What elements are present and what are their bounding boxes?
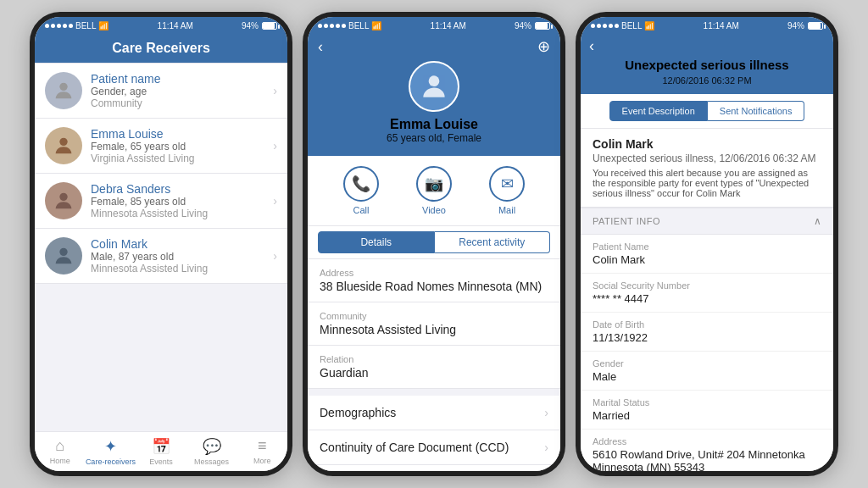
tab-home[interactable]: ⌂ Home xyxy=(35,435,86,468)
status-right-3: 94% xyxy=(787,21,823,30)
alert-box: Colin Mark Unexpected serious illness, 1… xyxy=(581,129,833,208)
status-left-3: BELL 📶 xyxy=(591,21,654,30)
tab-events[interactable]: 📅 Events xyxy=(136,435,186,468)
tab-home-label: Home xyxy=(50,457,70,465)
care-receivers-header: Care Receivers xyxy=(35,34,287,63)
care-list[interactable]: Patient name Gender, age Community › Emm… xyxy=(35,63,287,431)
mail-icon: ✉ xyxy=(489,166,525,202)
status-bar-3: BELL 📶 11:14 AM 94% xyxy=(581,17,833,34)
alert-description: Unexpected serious illness, 12/06/2016 0… xyxy=(593,152,821,164)
tab-more-label: More xyxy=(253,457,271,465)
care-community-emma: Virginia Assisted Living xyxy=(91,152,273,164)
profile-avatar-emma xyxy=(409,61,459,112)
tab-more[interactable]: ≡ More xyxy=(236,435,287,468)
phones-container: BELL 📶 11:14 AM 94% Care Receivers Patie… xyxy=(30,12,838,476)
p3-address-value: 5610 Rowland Drive, Unit# 204 Minnetonka… xyxy=(593,448,821,472)
call-button[interactable]: 📞 Call xyxy=(343,166,379,215)
care-receivers-icon: ✦ xyxy=(104,437,117,456)
svg-point-4 xyxy=(429,75,440,86)
tab-recent-activity[interactable]: Recent activity xyxy=(435,231,551,253)
chevron-icon-emma: › xyxy=(273,139,277,152)
patient-name-value: Colin Mark xyxy=(593,253,821,266)
care-detail-colin: Male, 87 years old xyxy=(91,251,273,263)
dob-value: 11/13/1922 xyxy=(593,331,821,344)
tab-care-label: Care-receivers xyxy=(86,458,136,466)
signal-dots-3 xyxy=(591,24,619,28)
ccd-chevron: › xyxy=(544,441,548,454)
marital-label: Marital Status xyxy=(593,397,821,408)
status-left-2: BELL 📶 xyxy=(318,21,381,30)
wifi-icon-2: 📶 xyxy=(371,21,381,30)
status-right-2: 94% xyxy=(515,21,550,30)
profile-info: Emma Louise 65 years old, Female xyxy=(308,56,560,156)
time-3: 11:14 AM xyxy=(704,21,739,30)
tab-event-description[interactable]: Event Description xyxy=(609,101,708,121)
bottom-tabs-1: ⌂ Home ✦ Care-receivers 📅 Events 💬 Messa… xyxy=(35,431,287,471)
phone1: BELL 📶 11:14 AM 94% Care Receivers Patie… xyxy=(30,12,292,476)
care-item-debra[interactable]: Debra Sanders Female, 85 years old Minne… xyxy=(35,174,287,229)
chevron-icon-debra: › xyxy=(273,194,277,208)
care-item-generic[interactable]: Patient name Gender, age Community › xyxy=(35,63,287,119)
demographics-chevron: › xyxy=(544,406,548,419)
care-item-emma[interactable]: Emma Louise Female, 65 years old Virgini… xyxy=(35,119,287,174)
profile-header: ‹ ⊕ Emma Louise 65 years old, Female xyxy=(308,34,560,156)
relation-value: Guardian xyxy=(320,366,548,380)
battery-icon-1 xyxy=(262,22,277,30)
patient-info-header[interactable]: PATIENT INFO ∧ xyxy=(581,208,833,235)
add-button-2[interactable]: ⊕ xyxy=(537,37,550,56)
video-button[interactable]: 📷 Video xyxy=(416,166,452,215)
care-info-emma: Emma Louise Female, 65 years old Virgini… xyxy=(91,127,273,164)
back-button-2[interactable]: ‹ xyxy=(318,38,323,56)
time-2: 11:14 AM xyxy=(431,21,466,30)
tab-care-receivers[interactable]: ✦ Care-receivers xyxy=(86,435,136,468)
patient-name-label: Patient Name xyxy=(593,241,821,252)
ssn-value: **** ** 4447 xyxy=(593,292,821,305)
call-label: Call xyxy=(353,205,370,215)
community-section: Community Minnesota Assisted Living xyxy=(308,302,560,346)
time-1: 11:14 AM xyxy=(158,21,193,30)
care-detail-emma: Female, 65 years old xyxy=(91,141,273,152)
status-right-1: 94% xyxy=(242,21,277,30)
status-left-1: BELL 📶 xyxy=(45,21,108,30)
back-button-3[interactable]: ‹ xyxy=(589,37,594,55)
event-body: Colin Mark Unexpected serious illness, 1… xyxy=(581,129,833,472)
event-date: 12/06/2016 06:32 PM xyxy=(606,75,808,86)
ssn-label: Social Security Number xyxy=(593,280,821,291)
nav-demographics[interactable]: Demographics › xyxy=(308,396,560,430)
gender-value: Male xyxy=(593,370,821,383)
battery-icon-2 xyxy=(535,22,550,30)
patient-info-section: PATIENT INFO ∧ Patient Name Colin Mark S… xyxy=(581,208,833,472)
carrier-3: BELL xyxy=(621,21,642,30)
home-icon: ⌂ xyxy=(55,437,64,455)
tab-details[interactable]: Details xyxy=(318,231,435,253)
care-name-colin: Colin Mark xyxy=(91,237,273,251)
battery-pct-1: 94% xyxy=(242,21,259,30)
care-name-generic: Patient name xyxy=(91,72,273,86)
alert-patient-name: Colin Mark xyxy=(593,137,821,151)
gender-label: Gender xyxy=(593,358,821,369)
mail-button[interactable]: ✉ Mail xyxy=(489,166,525,215)
dob-label: Date of Birth xyxy=(593,319,821,330)
care-community-generic: Community xyxy=(91,97,273,109)
profile-age: 65 years old, Female xyxy=(318,132,550,144)
details-list: Address 38 Blueside Road Nomes Minnesota… xyxy=(308,259,560,471)
avatar-emma xyxy=(45,127,82,164)
event-tabs: Event Description Sent Notifications xyxy=(581,94,833,129)
tab-sent-notifications[interactable]: Sent Notifications xyxy=(708,101,805,121)
care-info-generic: Patient name Gender, age Community xyxy=(91,72,273,109)
video-label: Video xyxy=(422,205,446,215)
nav-events[interactable]: Events (13) › xyxy=(308,465,560,471)
nav-ccd[interactable]: Continuity of Care Document (CCD) › xyxy=(308,430,560,465)
svg-point-2 xyxy=(59,193,67,201)
events-icon: 📅 xyxy=(152,437,170,456)
collapse-icon: ∧ xyxy=(814,215,821,227)
battery-icon-3 xyxy=(808,22,823,30)
tab-messages[interactable]: 💬 Messages xyxy=(186,435,237,468)
ssn-row: Social Security Number **** ** 4447 xyxy=(581,274,833,313)
care-detail-generic: Gender, age xyxy=(91,86,273,97)
care-item-colin[interactable]: Colin Mark Male, 87 years old Minnesota … xyxy=(35,229,287,284)
event-header: ‹ Unexpected serious illness 12/06/2016 … xyxy=(581,34,833,94)
dob-row: Date of Birth 11/13/1922 xyxy=(581,313,833,352)
tab-messages-label: Messages xyxy=(194,458,229,466)
messages-icon: 💬 xyxy=(203,437,221,456)
